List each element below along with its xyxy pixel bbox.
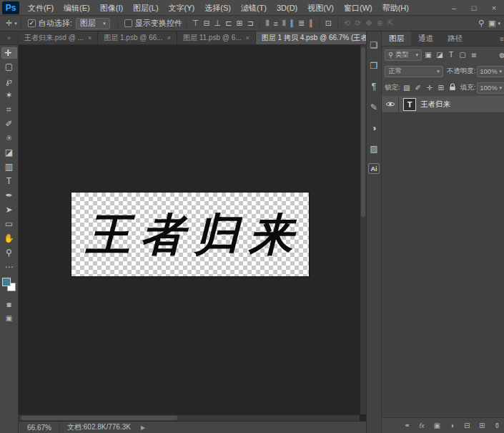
align-bottom-icon[interactable]: ⊥	[212, 19, 224, 28]
canvas-area[interactable]: 王者归来	[19, 45, 366, 421]
menu-image[interactable]: 图像(I)	[95, 0, 128, 16]
close-tab-icon[interactable]: ×	[88, 34, 92, 42]
ai-panel-icon[interactable]: Ai	[368, 163, 380, 174]
hand-tool[interactable]: ✋	[1, 231, 17, 245]
distribute-bottom-icon[interactable]: ⫴	[280, 19, 288, 28]
tool-preset-caret-icon[interactable]: ▾	[14, 21, 17, 26]
menu-layer[interactable]: 图层(L)	[128, 0, 163, 16]
close-tab-icon[interactable]: ×	[167, 34, 171, 42]
filter-shape-layers-icon[interactable]: ▢	[458, 51, 468, 59]
shape-tool[interactable]: ▭	[1, 217, 17, 230]
document-tab-2[interactable]: 图层 1.psb @ 66...×	[98, 31, 177, 44]
tools-collapse-button[interactable]: »	[0, 31, 18, 45]
gradient-tool[interactable]: ▥	[1, 160, 17, 173]
layer-visibility-toggle[interactable]	[382, 96, 399, 112]
filter-type-dropdown[interactable]: ⚲类型 ▾	[385, 49, 422, 61]
lock-all-icon[interactable]	[448, 83, 458, 92]
layer-row-selected[interactable]: T 王者归来	[382, 96, 504, 113]
menu-select[interactable]: 选择(S)	[199, 0, 236, 16]
clone-source-panel-icon[interactable]: ❐	[367, 59, 381, 72]
distribute-hcenter-icon[interactable]: ≣	[296, 19, 307, 28]
filter-type-layers-icon[interactable]: T	[446, 51, 456, 59]
auto-select-target-dropdown[interactable]: 图层▾	[76, 18, 110, 29]
fill-field[interactable]: 100%▾	[477, 82, 504, 94]
document-tab-active[interactable]: 图层 1 拷贝 4.psb @ 66.7% (王者归来, RGB/8#) *×	[256, 31, 366, 44]
edit-toolbar-button[interactable]: ⋯	[1, 260, 17, 273]
lock-position-icon[interactable]: ✛	[425, 84, 435, 92]
quick-mask-button[interactable]: ◙	[2, 298, 16, 310]
menu-edit[interactable]: 编辑(E)	[59, 0, 95, 16]
lock-transparency-icon[interactable]: ▨	[402, 84, 412, 92]
align-right-icon[interactable]: ⊐	[245, 19, 256, 28]
new-group-icon[interactable]: ⊟	[463, 422, 471, 429]
tab-channels[interactable]: 通道	[411, 31, 440, 46]
history-panel-icon[interactable]: ❏	[367, 39, 381, 52]
brush-tool[interactable]: ✐	[1, 117, 17, 130]
opacity-field[interactable]: 100%▾	[477, 66, 504, 77]
menu-view[interactable]: 视图(V)	[302, 0, 339, 16]
styles-panel-icon[interactable]: ▨	[367, 142, 381, 155]
zoom-level-field[interactable]: 66.67%	[23, 422, 60, 433]
pen-tool[interactable]: ✒	[1, 188, 17, 202]
magic-wand-tool[interactable]: ✶	[1, 88, 17, 102]
clone-stamp-tool[interactable]: ⍟	[1, 131, 17, 145]
align-top-icon[interactable]: ⊤	[190, 19, 202, 28]
link-layers-icon[interactable]: ⚭	[402, 422, 411, 429]
workspace-caret-icon[interactable]: ▾	[498, 21, 500, 26]
paragraph-panel-icon[interactable]: ¶	[367, 80, 381, 93]
character-panel-icon[interactable]: ✎	[367, 101, 381, 114]
show-transform-checkbox[interactable]	[124, 19, 132, 27]
layer-mask-icon[interactable]: ▣	[433, 422, 441, 429]
lock-pixels-icon[interactable]: ✐	[413, 84, 423, 92]
selection-arrow-tool[interactable]: ➤	[1, 203, 17, 216]
layer-name[interactable]: 王者归来	[420, 99, 450, 110]
search-icon[interactable]: ⚲	[476, 19, 486, 28]
menu-help[interactable]: 帮助(H)	[377, 0, 414, 16]
status-menu-arrow-icon[interactable]: ▶	[138, 424, 145, 431]
align-left-icon[interactable]: ⊏	[223, 19, 234, 28]
eraser-tool[interactable]: ◪	[1, 145, 17, 159]
vertical-scrollbar[interactable]	[360, 45, 366, 414]
lock-artboard-icon[interactable]: ⊞	[436, 84, 446, 92]
new-layer-icon[interactable]: ⊞	[478, 422, 486, 429]
move-tool[interactable]: ✛	[1, 47, 17, 59]
delete-layer-icon[interactable]: ⚱	[493, 422, 501, 429]
lasso-tool[interactable]: ℘	[1, 74, 17, 87]
maximize-button[interactable]: □	[464, 4, 484, 12]
distribute-left-icon[interactable]: ∥	[288, 19, 297, 28]
filter-adjustment-layers-icon[interactable]: ◪	[435, 51, 445, 59]
foreground-color-swatch[interactable]	[2, 278, 11, 286]
align-vcenter-icon[interactable]: ⊟	[201, 19, 212, 28]
adjustment-layer-icon[interactable]: ◑	[448, 422, 456, 429]
auto-select-checkbox[interactable]: ✓	[28, 19, 36, 27]
align-hcenter-icon[interactable]: ⊞	[234, 19, 244, 28]
menu-file[interactable]: 文件(F)	[23, 0, 59, 16]
horizontal-scroll-thumb[interactable]	[21, 416, 177, 420]
menu-filter[interactable]: 滤镜(T)	[236, 0, 272, 16]
filter-pixel-layers-icon[interactable]: ▣	[423, 51, 433, 59]
text-tool[interactable]: T	[1, 174, 17, 188]
document-tab-1[interactable]: 王者归来.psd @ ...×	[19, 31, 98, 44]
filter-toggle-icon[interactable]: ◍	[499, 52, 504, 59]
crop-tool[interactable]: ⌗	[1, 102, 17, 116]
filter-smart-objects-icon[interactable]: ⧈	[469, 51, 479, 59]
document-tab-3[interactable]: 图层 11.psb @ 6...×	[177, 31, 256, 44]
menu-type[interactable]: 文字(Y)	[164, 0, 200, 16]
close-button[interactable]: ×	[484, 4, 504, 12]
vertical-scroll-thumb[interactable]	[361, 47, 365, 217]
menu-window[interactable]: 窗口(W)	[339, 0, 377, 16]
screen-mode-button[interactable]: ▣	[2, 312, 16, 323]
zoom-tool[interactable]: ⚲	[1, 245, 17, 259]
distribute-top-icon[interactable]: ⫴	[264, 19, 272, 28]
workspace-switcher-icon[interactable]: ▣	[486, 19, 498, 28]
adjustments-panel-icon[interactable]: ◑	[367, 122, 381, 135]
auto-align-icon[interactable]: ⊡	[323, 19, 334, 28]
panel-menu-icon[interactable]: ≡	[500, 35, 504, 43]
marquee-tool[interactable]: ▢	[1, 59, 17, 73]
horizontal-scrollbar[interactable]	[19, 414, 360, 421]
layer-style-icon[interactable]: fx	[417, 422, 426, 429]
menu-3d[interactable]: 3D(D)	[272, 0, 302, 16]
text-layer-thumbnail[interactable]: T	[403, 98, 416, 111]
distribute-right-icon[interactable]: ∥	[307, 19, 315, 28]
minimize-button[interactable]: –	[444, 4, 464, 12]
